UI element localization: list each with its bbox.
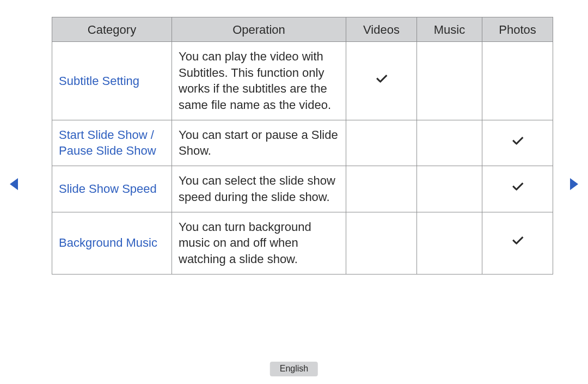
category-cell: Slide Show Speed — [52, 166, 172, 212]
col-music: Music — [417, 17, 482, 42]
operation-cell: You can turn background music on and off… — [172, 212, 346, 274]
videos-cell — [346, 42, 417, 120]
check-icon — [511, 235, 525, 249]
check-icon — [511, 135, 525, 149]
music-cell — [417, 212, 482, 274]
table-row: Slide Show SpeedYou can select the slide… — [52, 166, 553, 212]
category-cell: Subtitle Setting — [52, 42, 172, 120]
operation-cell: You can play the video with Subtitles. T… — [172, 42, 346, 120]
videos-cell — [346, 120, 417, 166]
table-row: Subtitle SettingYou can play the video w… — [52, 42, 553, 120]
language-indicator: English — [270, 362, 318, 376]
category-cell: Start Slide Show / Pause Slide Show — [52, 120, 172, 166]
photos-cell — [482, 212, 553, 274]
category-cell: Background Music — [52, 212, 172, 274]
photos-cell — [482, 120, 553, 166]
check-icon — [375, 73, 389, 87]
col-category: Category — [52, 17, 172, 42]
next-page-arrow-icon[interactable] — [570, 178, 578, 190]
photos-cell — [482, 42, 553, 120]
photos-cell — [482, 166, 553, 212]
videos-cell — [346, 166, 417, 212]
music-cell — [417, 166, 482, 212]
music-cell — [417, 42, 482, 120]
col-photos: Photos — [482, 17, 553, 42]
feature-table: Category Operation Videos Music Photos S… — [52, 17, 553, 275]
table-header-row: Category Operation Videos Music Photos — [52, 17, 553, 42]
table-row: Start Slide Show / Pause Slide ShowYou c… — [52, 120, 553, 166]
col-videos: Videos — [346, 17, 417, 42]
manual-page: Category Operation Videos Music Photos S… — [0, 0, 588, 384]
col-operation: Operation — [172, 17, 346, 42]
prev-page-arrow-icon[interactable] — [10, 178, 18, 190]
videos-cell — [346, 212, 417, 274]
check-icon — [511, 181, 525, 195]
music-cell — [417, 120, 482, 166]
operation-cell: You can select the slide show speed duri… — [172, 166, 346, 212]
table-row: Background MusicYou can turn background … — [52, 212, 553, 274]
operation-cell: You can start or pause a Slide Show. — [172, 120, 346, 166]
